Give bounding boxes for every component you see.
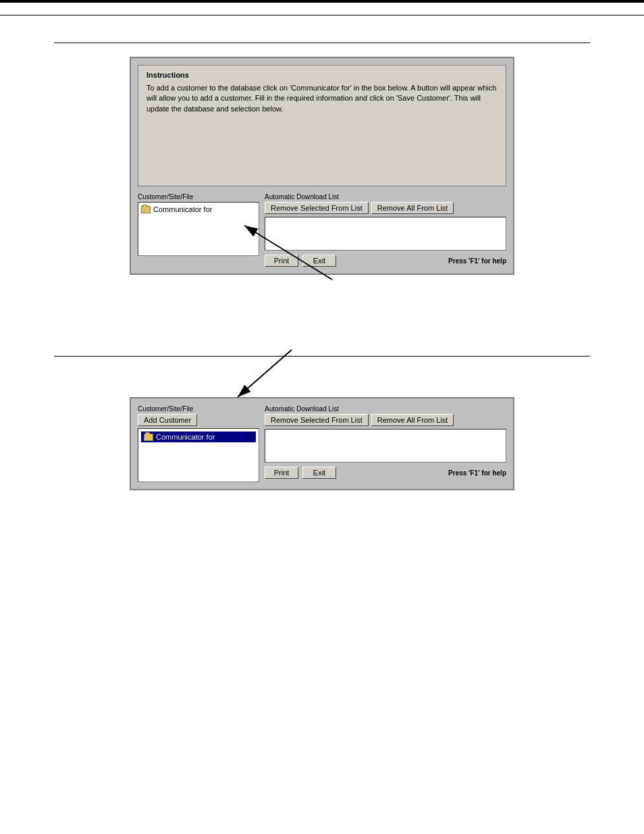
exit-button-2[interactable]: Exit xyxy=(302,467,336,479)
section-divider-1 xyxy=(54,43,590,43)
print-button-1[interactable]: Print xyxy=(265,255,298,267)
right-pane-label-2: Automatic Download List xyxy=(265,405,506,413)
auto-download-buttons-1: Remove Selected From List Remove All Fro… xyxy=(265,202,506,214)
help-text-1: Press 'F1' for help xyxy=(448,257,506,265)
tree-item-label-1: Communicator for xyxy=(153,205,212,213)
dialog-panel-2: Customer/Site/File Add Customer Communic… xyxy=(130,397,514,490)
right-pane-1: Automatic Download List Remove Selected … xyxy=(265,193,506,267)
annotation-container-2: Customer/Site/File Add Customer Communic… xyxy=(130,397,514,490)
dialog-panel-1: Instructions To add a customer to the da… xyxy=(130,57,514,275)
left-pane-label-1: Customer/Site/File xyxy=(138,193,259,201)
spacer-1 xyxy=(54,275,590,302)
folder-icon-1 xyxy=(141,206,151,213)
left-pane-2: Customer/Site/File Add Customer Communic… xyxy=(138,405,259,482)
auto-download-buttons-2: Remove Selected From List Remove All Fro… xyxy=(265,414,506,426)
bottom-buttons-2: Print Exit Press 'F1' for help xyxy=(265,467,506,479)
list-box-1 xyxy=(265,217,506,251)
right-pane-label-1: Automatic Download List xyxy=(265,193,506,201)
add-customer-button[interactable]: Add Customer xyxy=(138,414,197,426)
tree-item-label-2: Communicator for xyxy=(156,433,215,441)
spacer-2 xyxy=(54,370,590,384)
instructions-label: Instructions xyxy=(146,71,498,79)
bottom-buttons-1: Print Exit Press 'F1' for help xyxy=(265,255,506,267)
page-content: Instructions To add a customer to the da… xyxy=(0,16,644,504)
top-border xyxy=(0,0,644,3)
remove-selected-button-2[interactable]: Remove Selected From List xyxy=(265,414,369,426)
bottom-section-2: Customer/Site/File Add Customer Communic… xyxy=(138,405,506,482)
exit-button-1[interactable]: Exit xyxy=(302,255,336,267)
right-pane-2: Automatic Download List Remove Selected … xyxy=(265,405,506,482)
remove-all-button-1[interactable]: Remove All From List xyxy=(371,202,454,214)
instructions-box: Instructions To add a customer to the da… xyxy=(138,65,506,186)
section-divider-2 xyxy=(54,356,590,357)
help-text-2: Press 'F1' for help xyxy=(448,469,506,477)
tree-box-2: Communicator for xyxy=(138,428,259,482)
remove-selected-button-1[interactable]: Remove Selected From List xyxy=(265,202,369,214)
annotation-container-1: Instructions To add a customer to the da… xyxy=(130,57,514,275)
bottom-section-1: Customer/Site/File Communicator for Auto… xyxy=(138,193,506,267)
left-pane-label-2: Customer/Site/File xyxy=(138,405,259,413)
instructions-text: To add a customer to the database click … xyxy=(146,83,498,114)
tree-item-2[interactable]: Communicator for xyxy=(141,432,256,442)
folder-icon-2 xyxy=(144,434,153,441)
left-pane-1: Customer/Site/File Communicator for xyxy=(138,193,259,267)
tree-box-1: Communicator for xyxy=(138,202,259,256)
list-box-2 xyxy=(265,429,506,463)
tree-item-1[interactable]: Communicator for xyxy=(141,205,256,213)
print-button-2[interactable]: Print xyxy=(265,467,298,479)
remove-all-button-2[interactable]: Remove All From List xyxy=(371,414,454,426)
